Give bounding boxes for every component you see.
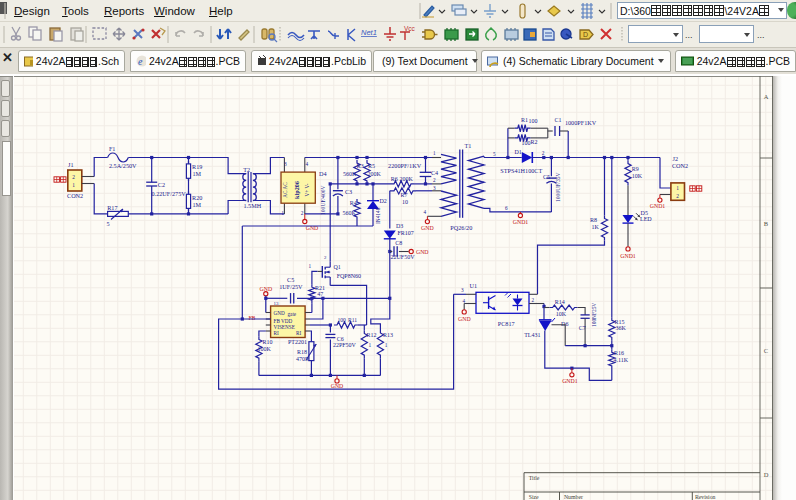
svg-text:GND1: GND1 <box>620 253 636 259</box>
svg-text:R18: R18 <box>297 349 307 355</box>
svg-text:D: D <box>583 31 588 38</box>
svg-text:Vcc: Vcc <box>404 25 416 32</box>
svg-text:R16: R16 <box>614 350 624 356</box>
svg-text:1: 1 <box>281 210 284 216</box>
svg-text:D4: D4 <box>319 170 327 177</box>
svg-text:100K: 100K <box>257 346 271 352</box>
svg-text:Net1: Net1 <box>361 28 377 37</box>
svg-text:U1: U1 <box>470 282 478 289</box>
svg-text:GND1: GND1 <box>513 219 529 225</box>
svg-text:C4: C4 <box>431 169 438 176</box>
svg-text:FB VDD: FB VDD <box>274 318 293 324</box>
svg-text:C3: C3 <box>345 188 352 195</box>
svg-text:R13: R13 <box>383 332 393 338</box>
svg-text:Size: Size <box>529 494 539 500</box>
svg-text:GND: GND <box>260 286 273 292</box>
svg-text:2.5A/250V: 2.5A/250V <box>109 162 137 169</box>
svg-text:1UF/25V: 1UF/25V <box>279 283 303 290</box>
svg-text:gate: gate <box>288 311 297 317</box>
svg-text:R7: R7 <box>401 192 408 198</box>
svg-text:10K: 10K <box>556 311 567 317</box>
svg-text:R8: R8 <box>590 217 597 223</box>
svg-text:STPS41H100CT: STPS41H100CT <box>500 167 542 174</box>
svg-text:FR107: FR107 <box>398 230 414 236</box>
svg-text:A: A <box>764 93 769 100</box>
svg-text:2200PF/1KV: 2200PF/1KV <box>388 162 422 169</box>
svg-text:R12: R12 <box>366 332 376 338</box>
svg-text:J2: J2 <box>673 155 679 162</box>
svg-text:GND: GND <box>274 310 285 316</box>
svg-text:4: 4 <box>306 161 309 167</box>
svg-text:560K: 560K <box>343 171 357 177</box>
svg-text:R15: R15 <box>615 319 625 325</box>
svg-text:C1: C1 <box>555 117 562 123</box>
svg-text:LED: LED <box>640 216 652 222</box>
svg-text:200K: 200K <box>400 176 414 182</box>
svg-text:PQ26/20: PQ26/20 <box>450 224 472 231</box>
svg-text:10K: 10K <box>632 173 643 179</box>
svg-text:2: 2 <box>301 210 304 216</box>
svg-text:2: 2 <box>532 297 535 303</box>
svg-text:Number: Number <box>564 494 583 500</box>
svg-text:D: D <box>764 471 769 478</box>
svg-text:36K: 36K <box>616 325 627 331</box>
svg-text:TL431: TL431 <box>524 332 540 338</box>
svg-text:T2: T2 <box>243 166 250 173</box>
svg-text:D1: D1 <box>515 149 522 155</box>
svg-text:CON2: CON2 <box>67 192 83 199</box>
svg-text:V+ V-: V+ V- <box>304 183 310 196</box>
svg-text:1: 1 <box>308 263 311 269</box>
svg-text:1M: 1M <box>192 170 201 177</box>
svg-text:C7: C7 <box>579 325 586 331</box>
svg-text:R4: R4 <box>350 200 357 206</box>
svg-text:1: 1 <box>72 182 75 188</box>
svg-text:klp206: klp206 <box>293 181 300 199</box>
svg-text:Title: Title <box>529 475 540 481</box>
svg-text:4.11K: 4.11K <box>614 357 629 363</box>
svg-text:R10: R10 <box>263 339 273 345</box>
svg-text:1000PF1KV: 1000PF1KV <box>565 119 597 126</box>
svg-text:470R: 470R <box>296 356 309 362</box>
svg-text:6: 6 <box>505 205 508 211</box>
svg-text:1.5MH: 1.5MH <box>243 202 261 209</box>
svg-text:1: 1 <box>676 185 679 191</box>
svg-text:C: C <box>764 347 768 354</box>
svg-text:C2: C2 <box>158 181 165 188</box>
svg-text:100: 100 <box>521 140 530 146</box>
svg-text:GND: GND <box>458 316 471 322</box>
svg-text:IN4148: IN4148 <box>375 207 381 224</box>
svg-text:B: B <box>764 220 769 227</box>
svg-text:100NF25V: 100NF25V <box>591 303 597 327</box>
svg-text:10: 10 <box>402 199 408 205</box>
svg-text:13: 13 <box>274 301 280 306</box>
svg-text:0.22UF/275V: 0.22UF/275V <box>152 190 187 197</box>
svg-text:R2: R2 <box>531 139 538 145</box>
svg-text:560K: 560K <box>343 210 357 216</box>
svg-text:R11: R11 <box>348 317 357 323</box>
svg-text:e: e <box>138 56 143 67</box>
svg-text:D3: D3 <box>396 223 403 229</box>
svg-text:1: 1 <box>385 342 388 348</box>
svg-text:100: 100 <box>338 317 347 323</box>
svg-text:R5: R5 <box>368 163 375 169</box>
svg-text:1000UF/35V: 1000UF/35V <box>555 172 561 202</box>
svg-text:C8: C8 <box>395 240 402 246</box>
svg-text:FQP8N60: FQP8N60 <box>337 273 361 279</box>
svg-text:PC817: PC817 <box>498 320 515 327</box>
svg-text:1: 1 <box>433 150 436 156</box>
svg-text:PT2201: PT2201 <box>288 339 307 345</box>
svg-text:2: 2 <box>433 177 436 183</box>
svg-text:2: 2 <box>676 193 679 199</box>
svg-text:100UF/400V: 100UF/400V <box>320 185 326 215</box>
svg-text:R1: R1 <box>521 117 528 123</box>
svg-text:RI: RI <box>296 330 301 336</box>
svg-text:200K: 200K <box>368 171 382 177</box>
svg-text:3: 3 <box>433 185 436 191</box>
svg-text:RI: RI <box>274 330 279 336</box>
svg-text:D2: D2 <box>380 198 387 204</box>
svg-text:GND: GND <box>421 225 434 231</box>
svg-text:R21: R21 <box>315 285 325 291</box>
svg-text:2: 2 <box>324 255 327 260</box>
svg-text:R9: R9 <box>632 166 639 172</box>
svg-text:CON2: CON2 <box>672 162 688 169</box>
